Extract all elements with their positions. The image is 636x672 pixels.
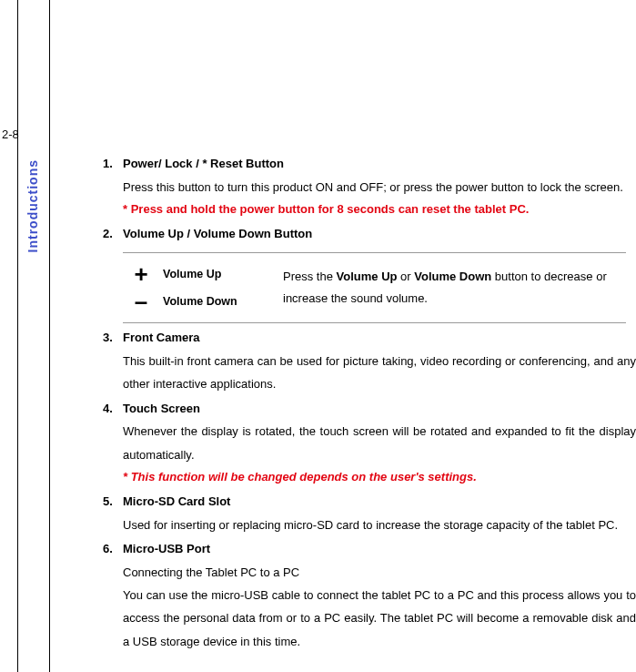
minus-icon: –	[128, 290, 154, 313]
item-title: Touch Screen	[123, 402, 200, 415]
item-body: Connecting the Tablet PC to a PC	[123, 561, 636, 584]
item-body: Press this button to turn this product O…	[123, 176, 636, 199]
volume-up-label: Volume Up	[163, 264, 221, 286]
page-number: 2-8	[2, 127, 19, 141]
item-title: Power/ Lock / * Reset Button	[123, 157, 284, 170]
page: 2-8 Introductions Power/ Lock / * Reset …	[0, 0, 636, 672]
item-title: Micro-SD Card Slot	[123, 494, 230, 508]
list-item: Volume Up / Volume Down Button + Volume …	[103, 223, 636, 324]
plus-icon: +	[128, 262, 154, 286]
text: or	[397, 270, 414, 283]
volume-table: + Volume Up – Volume Down Press the Volu…	[123, 252, 626, 323]
side-label: Introductions	[25, 159, 40, 252]
list-item: Micro-SD Card Slot Used for inserting or…	[103, 491, 636, 536]
text: Press the	[283, 270, 337, 283]
item-body: This built-in front camera can be used f…	[123, 350, 636, 396]
bold-text: Volume Up	[337, 270, 398, 283]
list-item: Front Camera This built-in front camera …	[103, 327, 636, 395]
volume-down-label: Volume Down	[163, 291, 237, 313]
sidebar: 2-8 Introductions	[18, 0, 50, 672]
warning-text: * Press and hold the power button for 8 …	[123, 199, 636, 221]
feature-list: Power/ Lock / * Reset Button Press this …	[103, 153, 636, 653]
item-title: Micro-USB Port	[123, 542, 210, 555]
item-body: Whenever the display is rotated, the tou…	[123, 420, 636, 466]
volume-up-row: + Volume Up	[128, 262, 272, 286]
item-body: Used for inserting or replacing micro-SD…	[123, 514, 636, 536]
volume-description: Press the Volume Up or Volume Down butto…	[283, 266, 621, 311]
content: Power/ Lock / * Reset Button Press this …	[50, 0, 636, 672]
list-item: Micro-USB Port Connecting the Tablet PC …	[103, 538, 636, 653]
bold-text: Volume Down	[414, 270, 491, 283]
item-title: Front Camera	[123, 331, 200, 344]
left-margin	[0, 0, 18, 672]
list-item: Touch Screen Whenever the display is rot…	[103, 398, 636, 489]
volume-down-row: – Volume Down	[128, 290, 272, 313]
list-item: Power/ Lock / * Reset Button Press this …	[103, 153, 636, 221]
warning-text-italic: * This function will be changed depends …	[123, 466, 636, 489]
item-body: You can use the micro-USB cable to conne…	[123, 584, 636, 653]
item-title: Volume Up / Volume Down Button	[123, 227, 312, 240]
